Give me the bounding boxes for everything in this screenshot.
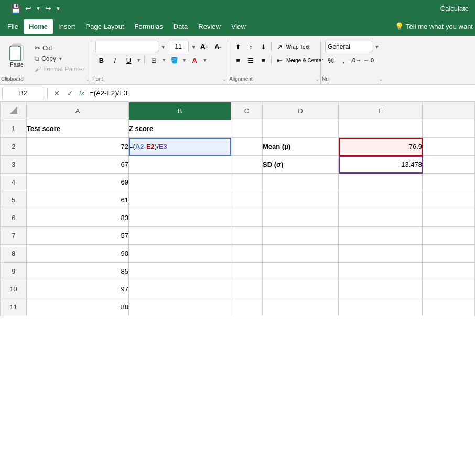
font-grow-button[interactable]: A+ <box>198 41 210 52</box>
menu-formulas[interactable]: Formulas <box>129 19 168 34</box>
cell-f11[interactable] <box>423 298 475 316</box>
font-name-input[interactable] <box>95 41 158 52</box>
cell-d6[interactable] <box>263 209 339 227</box>
merge-dropdown-icon[interactable]: ▼ <box>311 58 316 63</box>
cell-e11[interactable] <box>339 298 423 316</box>
col-header-a[interactable]: A <box>27 102 129 120</box>
cell-b6[interactable] <box>129 209 231 227</box>
cell-c3[interactable] <box>231 156 263 174</box>
cancel-formula-button[interactable]: ✕ <box>51 88 62 99</box>
font-color-button[interactable]: A <box>189 55 200 66</box>
menu-home[interactable]: Home <box>24 19 53 34</box>
cell-d8[interactable] <box>263 245 339 263</box>
cell-a5[interactable]: 61 <box>27 191 129 209</box>
cell-a2[interactable]: 72 <box>27 138 129 156</box>
number-expand-icon[interactable]: ⌄ <box>379 76 383 82</box>
cell-d10[interactable] <box>263 280 339 298</box>
align-right-button[interactable]: ≡ <box>257 55 269 66</box>
cell-f6[interactable] <box>423 209 475 227</box>
align-center-button[interactable]: ☰ <box>245 55 256 66</box>
cell-b3[interactable] <box>129 156 231 174</box>
align-top-button[interactable]: ⬆ <box>232 41 244 52</box>
cell-d2[interactable]: Mean (μ) <box>263 138 339 156</box>
cell-a3[interactable]: 67 <box>27 156 129 174</box>
cell-a10[interactable]: 97 <box>27 280 129 298</box>
col-header-d[interactable]: D <box>263 102 339 120</box>
cell-f7[interactable] <box>423 227 475 245</box>
cell-c7[interactable] <box>231 227 263 245</box>
cell-f2[interactable] <box>423 138 475 156</box>
paste-button[interactable]: Paste <box>4 41 29 70</box>
cell-b11[interactable] <box>129 298 231 316</box>
cell-b2[interactable]: =(A2-E2)/E3 <box>129 138 231 156</box>
tell-me-box[interactable]: 💡 Tell me what you want <box>395 22 473 30</box>
cell-b4[interactable] <box>129 174 231 191</box>
menu-insert[interactable]: Insert <box>53 19 81 34</box>
cell-d3[interactable]: SD (σ) <box>263 156 339 174</box>
cell-d11[interactable] <box>263 298 339 316</box>
cell-e8[interactable] <box>339 245 423 263</box>
font-size-dropdown-icon[interactable]: ▼ <box>191 44 196 50</box>
text-angle-button[interactable]: ↗ <box>274 41 285 52</box>
cell-c8[interactable] <box>231 245 263 263</box>
align-middle-button[interactable]: ↕ <box>245 41 256 52</box>
cell-e1[interactable] <box>339 120 423 138</box>
cell-d4[interactable] <box>263 174 339 191</box>
font-expand-icon[interactable]: ⌄ <box>222 76 226 82</box>
cell-c10[interactable] <box>231 280 263 298</box>
menu-page-layout[interactable]: Page Layout <box>81 19 129 34</box>
col-header-b[interactable]: B <box>129 102 231 120</box>
cell-f1[interactable] <box>423 120 475 138</box>
merge-center-button[interactable]: Merge & Center <box>299 55 310 66</box>
copy-button[interactable]: ⧉ Copy ▼ <box>33 54 87 63</box>
cell-c6[interactable] <box>231 209 263 227</box>
customize-icon[interactable]: ▼ <box>56 6 61 12</box>
cell-f10[interactable] <box>423 280 475 298</box>
increase-decimal-button[interactable]: .0→ <box>350 55 362 66</box>
border-dropdown-icon[interactable]: ▼ <box>161 58 166 63</box>
cell-a4[interactable]: 69 <box>27 174 129 191</box>
font-shrink-button[interactable]: A- <box>212 41 223 52</box>
underline-button[interactable]: U <box>123 55 134 66</box>
comma-button[interactable]: , <box>338 55 349 66</box>
cell-reference-input[interactable] <box>2 88 44 99</box>
cell-b8[interactable] <box>129 245 231 263</box>
cell-f9[interactable] <box>423 263 475 280</box>
cell-f4[interactable] <box>423 174 475 191</box>
menu-data[interactable]: Data <box>168 19 193 34</box>
cell-a7[interactable]: 57 <box>27 227 129 245</box>
cell-e4[interactable] <box>339 174 423 191</box>
cell-b10[interactable] <box>129 280 231 298</box>
cell-a8[interactable]: 90 <box>27 245 129 263</box>
bold-button[interactable]: B <box>95 55 107 66</box>
italic-button[interactable]: I <box>109 55 121 66</box>
cell-b9[interactable] <box>129 263 231 280</box>
align-bottom-button[interactable]: ⬇ <box>257 41 269 52</box>
align-left-button[interactable]: ≡ <box>232 55 244 66</box>
col-header-f[interactable] <box>423 102 475 120</box>
cell-e10[interactable] <box>339 280 423 298</box>
cell-e9[interactable] <box>339 263 423 280</box>
cell-d7[interactable] <box>263 227 339 245</box>
underline-dropdown-icon[interactable]: ▼ <box>136 58 141 63</box>
cell-c2[interactable] <box>231 138 263 156</box>
corner-header[interactable] <box>1 102 27 120</box>
cell-a11[interactable]: 88 <box>27 298 129 316</box>
cell-a1[interactable]: Test score <box>27 120 129 138</box>
cell-b7[interactable] <box>129 227 231 245</box>
cut-button[interactable]: ✂ Cut <box>33 43 87 53</box>
cell-d5[interactable] <box>263 191 339 209</box>
menu-review[interactable]: Review <box>193 19 226 34</box>
copy-dropdown-icon[interactable]: ▼ <box>58 56 63 61</box>
confirm-formula-button[interactable]: ✓ <box>64 88 76 99</box>
cell-c1[interactable] <box>231 120 263 138</box>
cell-f5[interactable] <box>423 191 475 209</box>
font-name-dropdown-icon[interactable]: ▼ <box>160 44 166 50</box>
cell-b5[interactable] <box>129 191 231 209</box>
percent-button[interactable]: % <box>325 55 337 66</box>
col-header-e[interactable]: E <box>339 102 423 120</box>
cell-e3[interactable]: 13.478 <box>339 156 423 174</box>
cell-f3[interactable] <box>423 156 475 174</box>
menu-view[interactable]: View <box>226 19 251 34</box>
alignment-expand-icon[interactable]: ⌄ <box>315 76 319 82</box>
